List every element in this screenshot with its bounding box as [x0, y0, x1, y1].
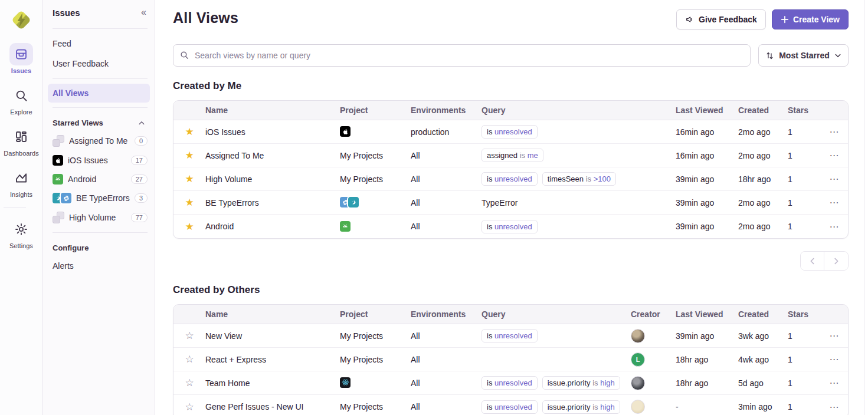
starred-view-item[interactable]: High Volume 77 — [43, 208, 155, 228]
view-name-link[interactable]: Team Home — [205, 378, 250, 388]
query-chip: is unresolved — [482, 376, 538, 390]
rail-item-insights[interactable]: Insights — [4, 167, 38, 198]
overflow-menu-button[interactable]: ⋯ — [830, 330, 840, 341]
environments-value: All — [411, 331, 482, 341]
rail-item-settings[interactable]: Settings — [4, 218, 38, 249]
table-row[interactable]: ☆ Gene Perf Issues - New UI My Projects … — [173, 395, 848, 415]
environments-value: production — [411, 127, 482, 137]
view-name-link[interactable]: React + Express — [205, 355, 266, 364]
column-header-environments: Environments — [411, 309, 482, 319]
environments-value: All — [411, 151, 482, 160]
search-input[interactable] — [173, 44, 751, 67]
query-cell: is unresolved — [482, 220, 676, 233]
secondary-sidebar: Issues « FeedUser Feedback All Views Sta… — [43, 0, 155, 415]
star-toggle[interactable]: ★ — [185, 127, 194, 137]
starred-view-item[interactable]: Assigned To Me 0 — [43, 131, 155, 151]
view-name-link[interactable]: Assigned To Me — [205, 151, 264, 160]
query-cell: is unresolvedissue.priority is high — [482, 376, 631, 390]
last-viewed-value: - — [676, 402, 738, 411]
column-header-query: Query — [482, 309, 631, 319]
table-row[interactable]: ★ Assigned To Me My Projects All assigne… — [173, 144, 848, 167]
previous-page-button[interactable] — [801, 252, 824, 270]
table-row[interactable]: ★ iOS Issues production is unresolved 16… — [173, 120, 848, 144]
starred-view-item[interactable]: BE TypeErrors 3 — [43, 189, 155, 208]
star-toggle[interactable]: ☆ — [185, 402, 194, 412]
column-header-stars: Stars — [788, 309, 821, 319]
app-rail: Issues Explore Dashboards Insights Setti… — [0, 0, 43, 415]
react-project-icon — [340, 377, 351, 388]
overflow-menu-button[interactable]: ⋯ — [830, 221, 840, 232]
rail-item-label: Insights — [10, 191, 32, 198]
star-toggle[interactable]: ★ — [185, 150, 194, 160]
sidebar-title: Issues — [53, 8, 80, 18]
last-viewed-value: 18hr ago — [676, 355, 738, 364]
table-row[interactable]: ☆ Team Home All is unresolvedissue.prior… — [173, 371, 848, 395]
view-name-link[interactable]: BE TypeErrors — [205, 198, 259, 208]
view-name-link[interactable]: iOS Issues — [205, 127, 245, 137]
rail-item-explore[interactable]: Explore — [4, 84, 38, 116]
table-row[interactable]: ☆ New View My Projects All is unresolved… — [173, 324, 848, 348]
overflow-menu-button[interactable]: ⋯ — [830, 354, 840, 365]
table-row[interactable]: ★ High Volume My Projects All is unresol… — [173, 167, 848, 191]
sidebar-item-alerts[interactable]: Alerts — [43, 256, 155, 276]
issue-count-badge: 77 — [131, 213, 148, 222]
rail-item-dashboards[interactable]: Dashboards — [4, 126, 38, 157]
query-cell: is unresolved — [482, 125, 676, 139]
give-feedback-button[interactable]: Give Feedback — [676, 9, 766, 29]
starred-view-name: iOS Issues — [68, 156, 126, 165]
column-header-stars: Stars — [788, 106, 821, 115]
overflow-menu-button[interactable]: ⋯ — [830, 126, 840, 137]
overflow-menu-button[interactable]: ⋯ — [830, 401, 840, 413]
sidebar-item-feed[interactable]: Feed — [43, 34, 155, 54]
table-row[interactable]: ☆ React + Express My Projects All L 18hr… — [173, 348, 848, 371]
table-row[interactable]: ★ BE TypeErrors All TypeError 39min ago … — [173, 191, 848, 215]
environments-value: All — [411, 222, 482, 231]
collapse-sidebar-icon[interactable]: « — [141, 7, 145, 18]
starred-view-item[interactable]: Android 27 — [43, 170, 155, 189]
overflow-menu-button[interactable]: ⋯ — [830, 150, 840, 161]
pagination — [800, 251, 849, 271]
query-chip: is unresolved — [482, 172, 538, 186]
query-cell: is unresolved — [482, 329, 631, 342]
rail-item-issues[interactable]: Issues — [4, 43, 38, 74]
star-toggle[interactable]: ☆ — [185, 378, 194, 388]
star-toggle[interactable]: ★ — [185, 197, 194, 208]
create-view-button[interactable]: Create View — [772, 9, 849, 29]
view-name-link[interactable]: Android — [205, 222, 234, 231]
sort-dropdown[interactable]: Most Starred — [758, 44, 849, 67]
star-toggle[interactable]: ★ — [185, 222, 194, 232]
scrollbar-track[interactable] — [864, 0, 864, 415]
view-name-link[interactable]: High Volume — [205, 174, 252, 184]
rail-item-label: Issues — [11, 67, 31, 74]
next-page-button[interactable] — [824, 252, 848, 270]
table-header-row: NameProjectEnvironmentsQueryCreatorLast … — [173, 305, 848, 324]
table-row[interactable]: ★ Android All is unresolved 39min ago 2m… — [173, 215, 848, 238]
rail-item-label: Dashboards — [4, 150, 38, 157]
overflow-menu-button[interactable]: ⋯ — [830, 197, 840, 208]
environments-value: All — [411, 174, 482, 184]
stars-count: 1 — [788, 402, 821, 411]
stars-count: 1 — [788, 127, 821, 137]
star-toggle[interactable]: ☆ — [185, 354, 194, 364]
star-toggle[interactable]: ☆ — [185, 331, 194, 341]
overflow-menu-button[interactable]: ⋯ — [830, 173, 840, 185]
created-value: 2mo ago — [738, 198, 788, 208]
created-value: 3min ago — [738, 402, 788, 411]
chevron-left-icon — [808, 257, 817, 265]
issue-count-badge: 27 — [131, 174, 148, 184]
sentry-logo[interactable] — [8, 7, 34, 33]
view-name-link[interactable]: New View — [205, 331, 242, 341]
sidebar-item-user-feedback[interactable]: User Feedback — [43, 54, 155, 74]
starred-views-section-header[interactable]: Starred Views — [43, 113, 155, 131]
star-toggle[interactable]: ★ — [185, 174, 194, 184]
megaphone-icon — [685, 15, 695, 24]
starred-view-item[interactable]: iOS Issues 17 — [43, 151, 155, 170]
view-name-link[interactable]: Gene Perf Issues - New UI — [205, 402, 304, 411]
issue-count-badge: 0 — [135, 136, 148, 146]
column-header-creator: Creator — [631, 309, 676, 319]
query-chip: timesSeen is >100 — [542, 172, 616, 186]
query-chip: is unresolved — [482, 220, 538, 233]
creator-avatar: L — [631, 353, 645, 367]
sidebar-item-all-views[interactable]: All Views — [48, 84, 150, 103]
overflow-menu-button[interactable]: ⋯ — [830, 377, 840, 388]
